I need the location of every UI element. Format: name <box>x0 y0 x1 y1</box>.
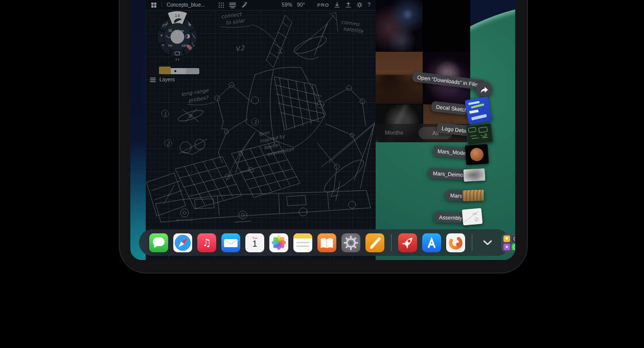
dots-grid-icon[interactable] <box>218 2 224 8</box>
annotation-probes-2: probes? <box>188 95 210 104</box>
mini-star-icon: ★ <box>503 244 510 250</box>
dock-app-appstore[interactable] <box>422 233 441 252</box>
chevron-down-icon <box>482 240 493 246</box>
active-size-label: 1.6 <box>175 14 180 17</box>
gear-icon <box>341 233 360 252</box>
compass-icon <box>173 233 192 252</box>
dock-app-safari[interactable] <box>173 233 192 252</box>
dock-app-rocket[interactable] <box>398 233 417 252</box>
concepts-app-window: connect to solar comms satellite V.2 lon… <box>146 0 376 260</box>
toolbar-divider <box>162 2 162 8</box>
annotation-comms-2: satellite <box>343 26 364 34</box>
dock-app-mail[interactable] <box>221 233 240 252</box>
dock-app-music[interactable]: ♫ <box>197 233 216 252</box>
ipad-screen: connect to solar comms satellite V.2 lon… <box>130 0 515 260</box>
stack-icon[interactable] <box>229 2 236 8</box>
screenshot-stage: connect to solar comms satellite V.2 lon… <box>0 0 644 348</box>
notes-icon <box>293 233 312 238</box>
document-title[interactable]: Concepts_blue... <box>167 2 205 8</box>
dock-app-messages[interactable] <box>149 233 168 252</box>
swatch-black[interactable] <box>148 68 159 74</box>
zoom-level[interactable]: 59% <box>282 2 292 8</box>
mini-clock-icon <box>512 244 515 250</box>
tab-all-label: All <box>432 130 439 136</box>
settings-gear-icon[interactable] <box>356 2 363 8</box>
forward-arrow-icon <box>479 85 489 94</box>
annotation-connect-2: to solar <box>225 17 246 26</box>
dock-app-calendar[interactable]: Tue 1 <box>245 233 264 252</box>
swatch-marker-dot <box>174 70 176 72</box>
size-label-bottom: 6.9 <box>176 58 179 61</box>
pro-badge[interactable]: PRO <box>317 2 330 8</box>
mars-planet-image <box>427 5 467 45</box>
dock: ♫ Tue 1 <box>139 229 510 256</box>
opacity-min-label: 0% <box>168 44 172 47</box>
share-forward-button[interactable] <box>476 81 492 98</box>
photo-nebula[interactable] <box>376 0 423 51</box>
tab-all-selected[interactable]: All <box>419 127 452 139</box>
annotation-marker-3: 3 <box>254 120 257 125</box>
pen-icon <box>365 233 384 252</box>
calendar-day: 1 <box>252 239 257 249</box>
dock-app-photos[interactable] <box>269 233 288 252</box>
dock-app-books[interactable] <box>317 233 336 252</box>
opacity-max-label: 100% <box>181 44 189 47</box>
layers-label: Layers <box>159 77 175 82</box>
photo-orion-nebula[interactable] <box>423 52 470 104</box>
tool-wheel[interactable]: 1.6 1.3 5.5 14.5 6.9 A <box>148 5 207 69</box>
export-icon[interactable] <box>345 2 352 8</box>
annotation-marker-1: 1 <box>164 112 167 117</box>
dock-divider <box>472 234 472 251</box>
help-button[interactable]: ? <box>367 2 371 8</box>
swatch-gray[interactable] <box>186 68 199 74</box>
dock-app-library[interactable]: ★ <box>501 233 515 252</box>
wheel-center-knob[interactable] <box>171 30 185 44</box>
dock-divider <box>391 234 392 251</box>
layers-menu-icon <box>150 77 156 82</box>
photo-mars-planet[interactable] <box>423 0 470 51</box>
swatch-light-gray[interactable] <box>171 68 186 74</box>
music-note-icon: ♫ <box>197 233 216 252</box>
envelope-icon <box>221 233 240 252</box>
photo-mars-landscape[interactable] <box>376 52 423 104</box>
mini-tips-icon <box>503 235 510 242</box>
color-swatch-bar[interactable] <box>148 67 199 74</box>
tab-months[interactable]: Months <box>385 129 403 136</box>
swatch-gold-selected[interactable] <box>159 67 171 74</box>
dock-app-settings[interactable] <box>341 233 360 252</box>
pen-icon[interactable] <box>241 2 247 8</box>
concepts-c-icon <box>446 233 465 252</box>
photos-view-switcher: Months All <box>376 124 470 142</box>
dock-app-concepts[interactable] <box>446 233 465 252</box>
open-book-icon <box>317 233 336 252</box>
layers-panel-toggle[interactable]: Layers <box>150 77 175 82</box>
gallery-grid-icon[interactable] <box>151 2 157 8</box>
annotation-marker-2: 2 <box>167 141 170 146</box>
photos-app-window: Months All <box>376 0 470 142</box>
dock-app-notes[interactable] <box>293 233 312 252</box>
canvas-rotation[interactable]: 90° <box>297 2 305 8</box>
annotation-beetle-1: form <box>258 130 270 137</box>
appstore-a-icon <box>422 233 441 252</box>
import-icon[interactable] <box>334 2 340 8</box>
annotation-version: V.2 <box>235 44 245 53</box>
dock-app-linea[interactable] <box>365 233 384 252</box>
concepts-toolbar: Concepts_blue... 59% 90° PRO <box>146 0 376 10</box>
hide-dock-chevron-button[interactable] <box>479 233 496 252</box>
mini-camera-icon <box>512 235 515 242</box>
rocket-icon <box>398 233 417 252</box>
